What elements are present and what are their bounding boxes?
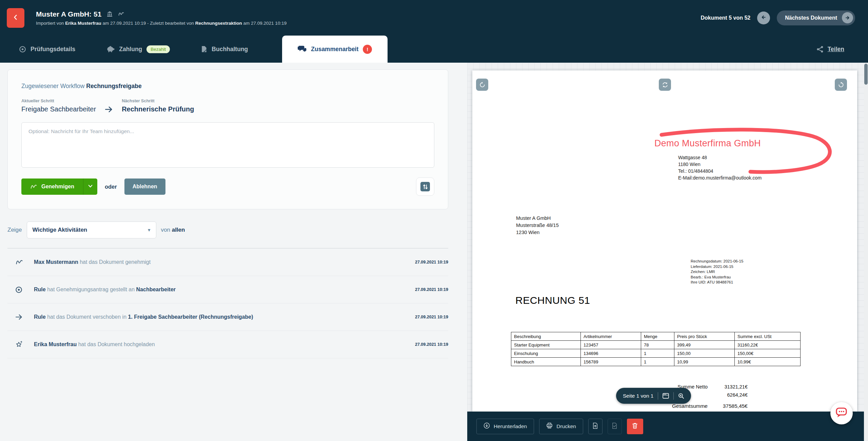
total-grand-line: Gesamtsumme 37585,45€ bbox=[608, 403, 748, 409]
arrow-right-circle-icon bbox=[842, 12, 853, 23]
viewer-toolbar: Herunterladen Drucken bbox=[467, 412, 864, 441]
invoice-company-address: Wattgasse 48 1180 Wien Tel.: 01/4844804 … bbox=[678, 154, 762, 181]
printer-icon bbox=[546, 422, 553, 430]
invoice-meta: Rechnungsdatum: 2021-06-15 Lieferdatum: … bbox=[691, 259, 743, 285]
activity-text: Rule hat das Dokument verschoben in 1. F… bbox=[34, 314, 253, 320]
activity-text: Erika Musterfrau hat das Dokument hochge… bbox=[34, 341, 155, 348]
activity-date: 27.09.2021 10:19 bbox=[415, 315, 448, 319]
document-counter: Dokument 5 von 52 bbox=[701, 15, 750, 21]
tab-zahlung[interactable]: Zahlung Bezahlt bbox=[91, 36, 185, 63]
arrow-left-circle-icon bbox=[761, 14, 767, 22]
rotate-sync-button[interactable] bbox=[659, 79, 671, 91]
download-button[interactable]: Herunterladen bbox=[476, 419, 534, 434]
document-meta-line: Importiert von Erika Musterfrau am 27.09… bbox=[36, 21, 287, 26]
review-eye-icon bbox=[7, 286, 26, 293]
team-message-input[interactable] bbox=[21, 122, 434, 168]
chevron-down-icon bbox=[88, 184, 93, 190]
delete-document-button[interactable] bbox=[627, 419, 643, 434]
chat-bubbles-icon bbox=[298, 45, 307, 53]
current-step-block: Aktueller Schritt Freigabe Sachbearbeite… bbox=[21, 99, 96, 113]
bank-icon[interactable] bbox=[107, 11, 113, 17]
activity-row: Max Mustermann hat das Dokument genehmig… bbox=[7, 249, 448, 276]
page-scrollbar[interactable] bbox=[864, 63, 868, 441]
activity-text: Rule hat Genehmigungsantrag gestellt an … bbox=[34, 287, 176, 293]
zoom-in-icon[interactable] bbox=[678, 393, 684, 399]
activity-row: Erika Musterfrau hat das Dokument hochge… bbox=[7, 331, 448, 358]
activity-date: 27.09.2021 10:19 bbox=[415, 342, 448, 347]
next-document-button[interactable]: Nächstes Dokument bbox=[777, 10, 855, 25]
paid-status-badge: Bezahlt bbox=[146, 45, 170, 53]
document-verify-button[interactable] bbox=[608, 419, 622, 434]
signature-icon bbox=[30, 184, 37, 190]
chevron-left-icon bbox=[13, 14, 19, 22]
invoice-recipient: Muster A GmbH Musterstraße 48/15 1230 Wi… bbox=[516, 215, 559, 236]
document-viewer: Demo Musterfirma GmbH Wattgasse 48 1180 … bbox=[467, 63, 864, 441]
next-step-block: Nächster Schritt Rechnerische Prüfung bbox=[122, 99, 194, 113]
tab-pruefungsdetails[interactable]: Prüfungsdetails bbox=[3, 36, 91, 63]
scope-label: von allen bbox=[161, 227, 185, 233]
document-pen-icon bbox=[201, 46, 207, 52]
scrollbar-thumb[interactable] bbox=[864, 64, 868, 85]
piggy-bank-icon bbox=[106, 46, 115, 52]
tab-bar: Prüfungsdetails Zahlung Bezahlt Buchhalt… bbox=[0, 36, 868, 63]
activity-row: Rule hat das Dokument verschoben in 1. F… bbox=[7, 303, 448, 331]
tab-buchhaltung[interactable]: Buchhaltung bbox=[185, 36, 263, 63]
replace-document-button[interactable] bbox=[588, 419, 603, 434]
table-row: Handbuch156789110,9910,99€ bbox=[511, 358, 801, 366]
workflow-card: Zugewiesener Workflow Rechnungsfreigabe … bbox=[7, 69, 448, 209]
page-indicator: Seite 1 von 1 bbox=[623, 393, 653, 399]
activity-filter-row: Zeige Wichtige Aktivitäten ▾ von allen bbox=[7, 222, 448, 238]
chat-logo-icon bbox=[835, 406, 848, 420]
invoice-line-items-table: Beschreibung Artikelnummer Menge Preis p… bbox=[511, 332, 801, 366]
support-chat-button[interactable] bbox=[830, 402, 853, 424]
approve-split-button: Genehmigen bbox=[21, 178, 97, 195]
signature-icon[interactable] bbox=[118, 11, 124, 17]
sliders-icon bbox=[420, 182, 430, 191]
back-button[interactable] bbox=[7, 8, 24, 28]
table-row: Einschulung1346961150,00150,00€ bbox=[511, 349, 801, 358]
show-label: Zeige bbox=[7, 227, 22, 233]
document-upload-icon bbox=[592, 422, 598, 430]
approve-button[interactable]: Genehmigen bbox=[21, 178, 83, 195]
assigned-workflow-line: Zugewiesener Workflow Rechnungsfreigabe bbox=[21, 83, 434, 90]
table-header-row: Beschreibung Artikelnummer Menge Preis p… bbox=[511, 332, 801, 341]
activity-date: 27.09.2021 10:19 bbox=[415, 260, 448, 265]
unread-alert-badge: ! bbox=[363, 45, 372, 54]
approve-options-caret[interactable] bbox=[83, 178, 97, 195]
activity-date: 27.09.2021 10:19 bbox=[415, 287, 448, 292]
rotate-counterclockwise-button[interactable] bbox=[476, 79, 488, 91]
print-button[interactable]: Drucken bbox=[539, 419, 583, 434]
arrow-right-icon bbox=[105, 105, 113, 113]
invoice-title: RECHNUNG 51 bbox=[515, 295, 590, 306]
top-header: Muster A GmbH: 51 Importiert von Erika M… bbox=[0, 0, 868, 36]
page-navigation-pill: Seite 1 von 1 bbox=[616, 388, 691, 404]
or-label: oder bbox=[105, 184, 117, 190]
previous-document-button[interactable] bbox=[757, 12, 770, 24]
trash-icon bbox=[632, 422, 638, 430]
download-icon bbox=[484, 422, 490, 430]
activity-filter-select[interactable]: Wichtige Aktivitäten ▾ bbox=[27, 222, 156, 238]
next-step-value: Rechnerische Prüfung bbox=[122, 105, 194, 113]
document-check-icon bbox=[611, 422, 618, 430]
share-icon bbox=[816, 46, 824, 53]
invoice-company-name: Demo Musterfirma GmbH bbox=[654, 138, 761, 149]
workflow-name: Rechnungsfreigabe bbox=[86, 83, 141, 89]
invoice-page: Demo Musterfirma GmbH Wattgasse 48 1180 … bbox=[472, 70, 857, 412]
activity-text: Max Mustermann hat das Dokument genehmig… bbox=[34, 259, 151, 265]
collaboration-panel: Zugewiesener Workflow Rechnungsfreigabe … bbox=[0, 63, 467, 441]
star-sparkle-icon bbox=[7, 341, 26, 348]
share-link[interactable]: Teilen bbox=[816, 36, 868, 63]
current-step-value: Freigabe Sachbearbeiter bbox=[21, 105, 96, 113]
workflow-settings-button[interactable] bbox=[416, 177, 434, 196]
page-title: Muster A GmbH: 51 bbox=[36, 10, 101, 18]
activity-row: Rule hat Genehmigungsantrag gestellt an … bbox=[7, 276, 448, 303]
signature-icon bbox=[7, 259, 26, 266]
thumbnails-icon[interactable] bbox=[663, 393, 669, 399]
arrow-right-icon bbox=[7, 313, 26, 321]
chevron-down-icon: ▾ bbox=[148, 227, 151, 233]
tab-zusammenarbeit[interactable]: Zusammenarbeit ! bbox=[282, 36, 388, 63]
rotate-clockwise-button[interactable] bbox=[835, 79, 847, 91]
table-row: Starter Equipment12345778399,4931160,22€ bbox=[511, 341, 801, 349]
reject-button[interactable]: Ablehnen bbox=[124, 178, 165, 195]
review-eye-icon bbox=[19, 46, 26, 53]
